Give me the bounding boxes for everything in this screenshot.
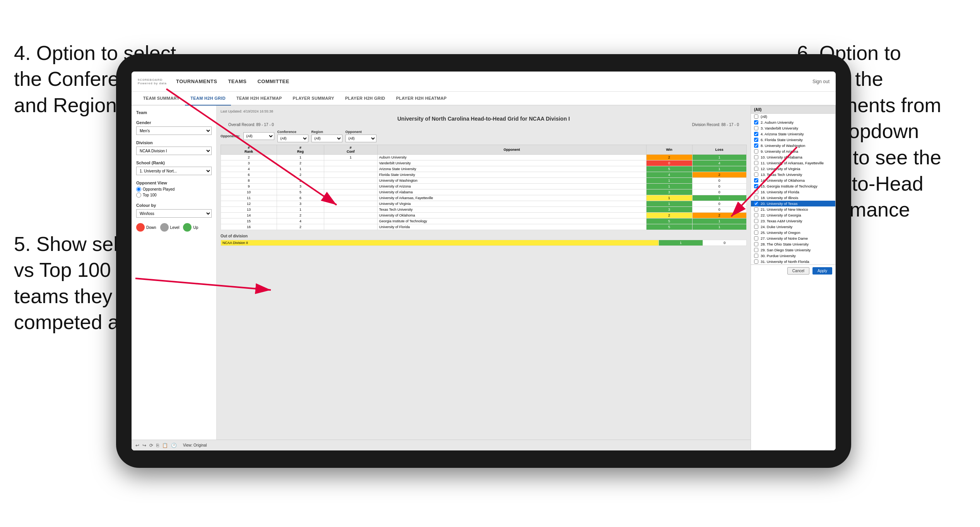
sidebar-colour-select[interactable]: Win/loss [136,209,212,218]
apply-button[interactable]: Apply [812,267,832,275]
app-header: 5C0REBOARD Powered by data TOURNAMENTS T… [132,72,836,92]
legend-up: Up [183,223,198,232]
tab-team-h2h-heatmap[interactable]: TEAM H2H HEATMAP [231,92,287,106]
dropdown-item[interactable]: 18. University of Illinois [751,195,835,201]
tab-team-h2h-grid[interactable]: TEAM H2H GRID [185,92,231,106]
table-row: 10 5 University of Alabama 3 0 [221,189,747,195]
dropdown-item[interactable]: 15. Georgia Institute of Technology [751,183,835,189]
dropdown-header: (All) [751,106,835,114]
dropdown-item[interactable]: 27. University of Notre Dame [751,235,835,241]
out-of-division-label: Out of division [221,234,747,238]
table-row: 8 2 University of Washington 1 0 [221,178,747,184]
sidebar-school-select[interactable]: 1. University of Nort... [136,167,212,175]
cancel-button[interactable]: Cancel [787,267,809,275]
dropdown-item[interactable]: 6. Florida State University [751,137,835,143]
opponents-filter-select[interactable]: (All) [243,132,274,140]
opponent-select[interactable]: (All) [345,135,376,142]
sidebar-opponent-view-section: Opponent View Opponents Played Top 100 [136,181,212,198]
table-row: 15 4 Georgia Institute of Technology 5 1 [221,218,747,224]
tablet-screen: 5C0REBOARD Powered by data TOURNAMENTS T… [132,72,836,450]
nav-tournaments[interactable]: TOURNAMENTS [176,78,217,84]
out-of-division-table: NCAA Division II 1 0 [221,240,747,246]
table-row: 14 2 University of Oklahoma 2 2 [221,213,747,218]
sidebar-gender-label: Gender [136,120,212,125]
nav-teams[interactable]: TEAMS [228,78,246,84]
report-title: University of North Carolina Head-to-Hea… [221,116,747,122]
dropdown-item[interactable]: 9. University of Arizona [751,148,835,154]
dropdown-item[interactable]: 21. University of New Mexico [751,206,835,212]
col-win: Win [646,145,692,155]
nav-committee[interactable]: COMMITTEE [257,78,289,84]
bottom-toolbar: ↩ ↪ ⟳ ⎘ 📋 🕐 View: Original [217,440,751,450]
dropdown-item[interactable]: (All) [751,114,835,119]
table-row: 11 6 University of Arkansas, Fayettevill… [221,195,747,201]
dropdown-item[interactable]: 22. University of Georgia [751,212,835,218]
conference-filter: Conference (All) [277,130,308,142]
dropdown-item[interactable]: 24. Duke University [751,224,835,230]
table-row: 16 2 University of Florida 5 1 [221,224,747,230]
dropdown-item[interactable]: 14. University of Oklahoma [751,177,835,183]
dropdown-buttons: Cancel Apply [751,264,835,277]
dropdown-item[interactable]: 30. Purdue University [751,253,835,259]
table-row: NCAA Division II 1 0 [221,240,747,246]
dropdown-item[interactable]: 31. University of North Florida [751,259,835,264]
table-row: 13 1 Texas Tech University 3 0 [221,207,747,213]
dropdown-item[interactable]: 12. University of Virginia [751,166,835,172]
sidebar-colour-label: Colour by [136,203,212,208]
center-content: Last Updated: 4/19/2024 16:55:38 Univers… [217,106,751,450]
col-loss: Loss [692,145,746,155]
sidebar-division-select[interactable]: NCAA Division I [136,147,212,155]
sidebar-team-section: Team [136,110,212,115]
region-select[interactable]: (All) [311,135,342,142]
region-label: Region [311,130,342,134]
table-row: 2 1 1 Auburn University 2 1 [221,155,747,160]
update-info: Last Updated: 4/19/2024 16:55:38 [221,109,747,113]
page-container: 4. Option to select the Conference and R… [0,0,980,527]
dropdown-item[interactable]: 28. The Ohio State University [751,241,835,247]
sidebar-radio-opponents[interactable]: Opponents Played [136,187,212,192]
table-row: 6 2 Florida State University 4 2 [221,172,747,178]
legend: Down Level Up [136,223,212,232]
sidebar-colour-section: Colour by Win/loss [136,203,212,218]
logo: 5C0REBOARD Powered by data [138,78,167,85]
dropdown-item[interactable]: 2. Auburn University [751,119,835,125]
dropdown-item[interactable]: 3. Vanderbilt University [751,125,835,131]
sub-nav: TEAM SUMMARY TEAM H2H GRID TEAM H2H HEAT… [132,92,836,106]
tab-player-h2h-grid[interactable]: PLAYER H2H GRID [340,92,391,106]
conference-label: Conference [277,130,308,134]
dropdown-item[interactable]: 29. San Diego State University [751,247,835,253]
tab-player-h2h-heatmap[interactable]: PLAYER H2H HEATMAP [391,92,452,106]
col-rank: #Rank [221,145,277,155]
dropdown-item[interactable]: 13. Texas Tech University [751,172,835,177]
sign-out[interactable]: Sign out [812,79,829,84]
tab-player-summary[interactable]: PLAYER SUMMARY [287,92,340,106]
dropdown-list[interactable]: (All)2. Auburn University3. Vanderbilt U… [751,114,835,264]
sidebar-gender-section: Gender Men's [136,120,212,135]
dropdown-item[interactable]: 10. University of Alabama [751,154,835,160]
tablet-device: 5C0REBOARD Powered by data TOURNAMENTS T… [116,54,851,468]
table-row: 3 2 Vanderbilt University 0 4 [221,160,747,166]
dropdown-item[interactable]: 20. University of Texas [751,201,835,206]
tab-team-summary[interactable]: TEAM SUMMARY [138,92,185,106]
dropdown-item[interactable]: 8. University of Washington [751,143,835,148]
dropdown-item[interactable]: 11. University of Arkansas, Fayetteville [751,160,835,166]
col-opponent: Opponent [377,145,646,155]
legend-down: Down [136,223,156,232]
col-conf: #Conf [324,145,377,155]
sidebar-division-section: Division NCAA Division I [136,140,212,155]
dropdown-item[interactable]: 4. Arizona State University [751,131,835,137]
table-row: 9 3 University of Arizona 1 0 [221,184,747,189]
dropdown-item[interactable]: 23. Texas A&M University [751,218,835,224]
sidebar-gender-select[interactable]: Men's [136,126,212,135]
conference-select[interactable]: (All) [277,135,308,142]
opponent-label: Opponent [345,130,376,134]
opponent-filter: Opponent (All) [345,130,376,142]
legend-level: Level [160,223,180,232]
sidebar-team-label: Team [136,110,212,115]
dropdown-item[interactable]: 16. University of Florida [751,189,835,195]
main-content: Team Gender Men's Division NCAA Division… [132,106,836,450]
sidebar-division-label: Division [136,140,212,145]
sidebar-radio-top100[interactable]: Top 100 [136,193,212,198]
dropdown-item[interactable]: 25. University of Oregon [751,230,835,235]
col-reg: #Reg [277,145,324,155]
